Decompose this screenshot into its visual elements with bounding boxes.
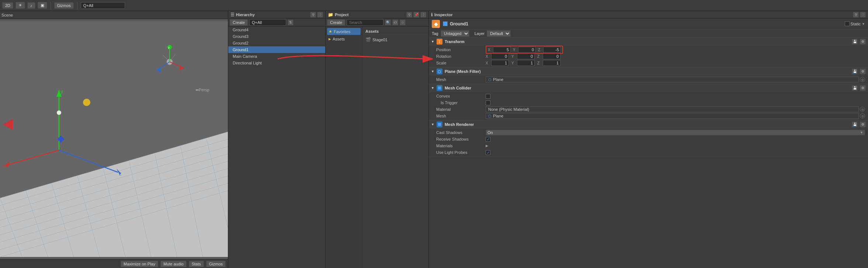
collider-mesh-target-btn[interactable]: ◎: [860, 113, 865, 119]
hierarchy-item-main-camera[interactable]: Main Camera: [228, 53, 325, 60]
maximize-on-play-btn[interactable]: Maximize on Play: [121, 261, 158, 267]
rot-z-label: Z: [537, 54, 542, 59]
hierarchy-item-label: Ground1: [233, 47, 249, 52]
collider-mesh-row: Mesh ⬡ Plane ◎: [429, 113, 868, 119]
inspector-title: Inspector: [434, 13, 453, 17]
mesh-collider-icon: [437, 85, 442, 91]
mesh-renderer-settings-btn[interactable]: ⚙: [860, 121, 866, 127]
position-row: Position X Y Z: [429, 46, 868, 53]
project-pin-btn[interactable]: 📌: [413, 12, 419, 18]
mesh-collider-save-btn[interactable]: 💾: [852, 85, 858, 91]
transform-save-btn[interactable]: 💾: [852, 39, 858, 45]
hierarchy-item-ground3[interactable]: Ground3: [228, 33, 325, 40]
project-menu-btn[interactable]: ⋮: [420, 12, 426, 18]
pos-x-input[interactable]: [493, 47, 511, 53]
tag-select[interactable]: Untagged: [441, 30, 469, 37]
transform-header[interactable]: ▼ T Transform 💾 ⚙: [429, 38, 868, 46]
mesh-renderer-enabled-checkbox[interactable]: [438, 123, 441, 126]
hierarchy-item-ground2[interactable]: Ground2: [228, 40, 325, 46]
collider-material-target-btn[interactable]: ◎: [860, 107, 865, 112]
cast-shadows-dropdown[interactable]: On ▼: [486, 130, 865, 135]
object-active-checkbox[interactable]: [443, 21, 448, 26]
mesh-collider-enabled-checkbox[interactable]: [438, 86, 441, 90]
stats-btn[interactable]: Stats: [189, 261, 204, 267]
mesh-filter-settings-btn[interactable]: ⚙: [860, 68, 866, 74]
pos-y-input[interactable]: [518, 47, 536, 53]
receive-shadows-label: Receive Shadows: [436, 137, 484, 141]
svg-text:x: x: [3, 163, 5, 168]
inspector-lock-btn[interactable]: ⚲: [853, 12, 859, 18]
toolbar-sep1: [51, 2, 51, 9]
mesh-filter-header[interactable]: ▼ ⬡ Plane (Mesh Filter) 💾 ⚙: [429, 67, 868, 75]
gizmos-bottom-btn[interactable]: Gizmos: [206, 261, 226, 267]
project-star-btn[interactable]: ☆: [400, 20, 406, 25]
hierarchy-item-ground4[interactable]: Ground4: [228, 27, 325, 33]
mesh-filter-mesh-field[interactable]: ⬡ Plane: [486, 77, 859, 82]
toolbar-search-input[interactable]: [81, 2, 125, 9]
scale-z-input[interactable]: [543, 60, 560, 66]
materials-label: Materials: [436, 144, 484, 148]
project-stage01-item[interactable]: 🎬 Stage01: [364, 36, 427, 43]
toolbar-sep2: [77, 2, 77, 9]
mesh-filter-mesh-icon: ⬡: [488, 78, 492, 82]
transform-settings-btn[interactable]: ⚙: [860, 39, 866, 45]
hierarchy-lock-btn[interactable]: ⚲: [310, 12, 316, 18]
hierarchy-create-btn[interactable]: Create: [230, 19, 248, 26]
mesh-renderer-save-btn[interactable]: 💾: [852, 121, 858, 127]
project-sidebar: ★ Favorites ▸ Assets: [326, 27, 362, 268]
inspector-scroll-area[interactable]: ▼ T Transform 💾 ⚙ Position X Y: [429, 38, 868, 268]
collider-mesh-text: Plane: [493, 114, 503, 118]
hierarchy-icon: ☰: [230, 12, 235, 17]
mesh-filter-save-btn[interactable]: 💾: [852, 68, 858, 74]
use-light-probes-checkbox[interactable]: [486, 150, 490, 155]
rot-z-input[interactable]: [543, 53, 560, 59]
scale-x-input[interactable]: [491, 60, 509, 66]
hierarchy-item-directional-light[interactable]: Directional Light: [228, 60, 325, 66]
hierarchy-item-ground1[interactable]: Ground1: [228, 46, 325, 53]
assets-folder-icon: ▸: [329, 36, 331, 42]
hierarchy-search-input[interactable]: [249, 19, 286, 26]
object-name-field[interactable]: Ground1: [450, 21, 843, 27]
project-assets-sidebar-item[interactable]: ▸ Assets: [327, 35, 361, 43]
use-light-probes-row: Use Light Probes: [429, 149, 868, 156]
hierarchy-sort-btn[interactable]: ⇅: [288, 20, 294, 25]
position-value: X Y Z: [486, 46, 865, 54]
rot-x-input[interactable]: [491, 53, 509, 59]
mesh-renderer-header[interactable]: ▼ Mesh Renderer 💾 ⚙: [429, 120, 868, 128]
gizmos-btn[interactable]: Gizmos: [54, 2, 74, 9]
convex-value: [486, 94, 865, 99]
mute-audio-btn[interactable]: Mute audio: [160, 261, 186, 267]
collider-material-field[interactable]: None (Physic Material): [486, 106, 859, 112]
convex-checkbox[interactable]: [486, 94, 490, 99]
pos-z-input[interactable]: [543, 47, 561, 53]
inspector-tag-layer: Tag Untagged Layer Default: [429, 29, 868, 38]
layer-select[interactable]: Default: [487, 30, 511, 37]
rotation-label: Rotation: [436, 54, 484, 59]
project-favorites-item[interactable]: ★ Favorites: [327, 28, 361, 35]
mesh-collider-settings-btn[interactable]: ⚙: [860, 85, 866, 91]
is-trigger-checkbox[interactable]: [486, 100, 490, 105]
project-search-input[interactable]: [347, 19, 383, 26]
rot-y-input[interactable]: [517, 53, 535, 59]
static-dropdown-btn[interactable]: ▼: [862, 22, 865, 26]
convex-row: Convex: [429, 93, 868, 99]
toolbar-image-btn[interactable]: ▣: [38, 2, 47, 9]
toolbar-sun-btn[interactable]: ☀: [15, 2, 25, 9]
stage01-icon: 🎬: [365, 37, 371, 42]
collider-mesh-field[interactable]: ⬡ Plane: [486, 113, 859, 119]
project-search-btn[interactable]: 🔍: [385, 20, 391, 25]
project-tag-btn[interactable]: 🏷: [392, 20, 398, 25]
inspector-menu-btn[interactable]: ⋮: [860, 12, 866, 18]
project-create-btn[interactable]: Create: [327, 19, 345, 26]
mesh-collider-header[interactable]: ▼ Mesh Collider 💾 ⚙: [429, 84, 868, 92]
toolbar-audio-btn[interactable]: ♪: [27, 2, 35, 9]
static-label: Static: [851, 22, 861, 26]
project-lock-btn[interactable]: ⚲: [406, 12, 412, 18]
mesh-filter-body: Mesh ⬡ Plane ◎: [429, 75, 868, 84]
toolbar-2d-btn[interactable]: 2D: [2, 2, 13, 9]
static-checkbox[interactable]: [845, 21, 850, 26]
hierarchy-menu-btn[interactable]: ⋮: [317, 12, 323, 18]
mesh-filter-target-btn[interactable]: ◎: [860, 77, 865, 82]
receive-shadows-checkbox[interactable]: [486, 137, 490, 142]
scale-y-input[interactable]: [517, 60, 535, 66]
